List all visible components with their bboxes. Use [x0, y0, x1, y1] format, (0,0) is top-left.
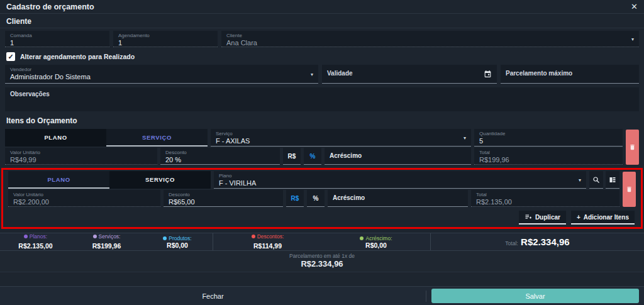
planos-dot [24, 235, 28, 238]
items-section-heading: Itens do Orçamento [0, 111, 644, 128]
plano-value: F - VIRILHA [219, 179, 581, 187]
cliente-select[interactable]: Cliente Ana Clara ▾ [221, 31, 639, 47]
trash-icon [626, 186, 633, 193]
parcelamento-maximo-field[interactable]: Parcelamento máximo [501, 65, 639, 84]
summary-planos: Planos: R$2.135,00 [0, 233, 71, 251]
tab-plano[interactable]: PLANO [5, 129, 106, 147]
parcelamento-maximo-label: Parcelamento máximo [506, 67, 634, 80]
duplicar-label: Duplicar [535, 214, 560, 221]
produtos-dot [163, 236, 167, 240]
valor-unitario-field[interactable]: Valor Unitário R$2.200,00 [8, 190, 160, 207]
search-button[interactable] [589, 171, 603, 189]
currency-toggle-percent[interactable]: % [304, 148, 321, 165]
columns-button[interactable] [606, 171, 619, 189]
delete-item-button[interactable] [626, 130, 639, 165]
comanda-label: Comanda [10, 33, 104, 39]
desconto-value: 20 % [165, 156, 275, 164]
item-row-plano: PLANO SERVIÇO Plano F - VIRILHA ▾ [8, 171, 636, 207]
vendedor-select[interactable]: Vendedor Administrador Do Sistema ▾ [5, 65, 318, 84]
desconto-label: Desconto [169, 192, 278, 198]
vendedor-value: Administrador Do Sistema [10, 73, 313, 81]
total-value: R$2.334,96 [521, 236, 570, 247]
chevron-down-icon: ▾ [631, 36, 634, 42]
chevron-down-icon: ▾ [311, 71, 313, 77]
comanda-value: 1 [10, 39, 104, 47]
checkbox-label: Alterar agendamento para Realizado [20, 53, 135, 60]
delete-item-button[interactable] [623, 172, 636, 207]
duplicate-icon [525, 213, 532, 221]
fechar-button[interactable]: Fechar [0, 292, 426, 300]
quantidade-label: Quantidade [479, 131, 618, 137]
plus-icon: + [577, 214, 580, 221]
page-title: Cadastro de orçamento [6, 3, 94, 11]
cliente-label: Cliente [226, 33, 634, 39]
summary-acrescimo: Acréscimo: R$0,00 [322, 233, 431, 250]
servico-label: Serviço [216, 131, 466, 137]
quantidade-value: 5 [479, 137, 618, 145]
adicionar-label: Adicionar Itens [584, 214, 629, 221]
servico-value: F - AXILAS [216, 137, 466, 145]
valor-unitario-field[interactable]: Valor Unitário R$49,99 [5, 148, 157, 165]
acrescimo-dot [360, 236, 364, 240]
quantidade-field[interactable]: Quantidade 5 [474, 129, 623, 147]
salvar-button[interactable]: Salvar [431, 289, 639, 303]
adicionar-itens-button[interactable]: + Adicionar Itens [571, 211, 635, 225]
summary-produtos: Produtos: R$0,00 [142, 233, 213, 250]
acrescimo-value: R$0,00 [322, 241, 430, 249]
desconto-field[interactable]: Desconto R$65,00 [164, 190, 283, 207]
produtos-label: Produtos: [169, 235, 191, 241]
totals-summary-bar: Planos: R$2.135,00 Serviços: R$199,96 Pr… [0, 233, 644, 251]
acrescimo-label: Acréscimo [333, 192, 463, 204]
desconto-field[interactable]: Desconto 20 % [160, 148, 280, 165]
tab-servico[interactable]: SERVIÇO [106, 129, 208, 147]
checkbox-row: ✓ Alterar agendamento para Realizado [6, 52, 638, 61]
currency-toggle-rs[interactable]: R$ [286, 190, 304, 207]
desconto-value: R$65,00 [169, 198, 278, 206]
servico-select[interactable]: Serviço F - AXILAS ▾ [211, 129, 471, 147]
installment-bar: Parcelamento em até 1x de R$2.334,96 [0, 251, 644, 272]
tab-servico[interactable]: SERVIÇO [109, 171, 211, 189]
servicos-dot [93, 235, 97, 238]
content-spacer [0, 272, 644, 286]
columns-icon [609, 176, 616, 184]
total-field: Total R$2.135,00 [471, 190, 619, 207]
summary-descontos: Descontos: R$114,99 [213, 233, 322, 251]
comanda-field[interactable]: Comanda 1 [5, 31, 109, 47]
acrescimo-field[interactable]: Acréscimo [325, 148, 471, 165]
alterar-agendamento-checkbox[interactable]: ✓ [6, 52, 15, 61]
total-field: Total R$199,96 [474, 148, 623, 165]
item1-type-tabs: PLANO SERVIÇO [5, 129, 208, 147]
plano-select[interactable]: Plano F - VIRILHA ▾ [214, 171, 586, 189]
servicos-label: Serviços: [99, 233, 121, 240]
currency-toggle-rs[interactable]: R$ [283, 148, 301, 165]
chevron-down-icon: ▾ [579, 177, 581, 182]
validade-label: Validade [327, 67, 492, 80]
modal-footer: Fechar Salvar [0, 286, 644, 305]
installment-label: Parcelamento em até 1x de [0, 253, 644, 259]
acrescimo-label: Acréscimo [330, 150, 466, 162]
tab-plano[interactable]: PLANO [8, 171, 109, 189]
observacoes-field[interactable]: Observações [5, 87, 639, 111]
duplicar-button[interactable]: Duplicar [519, 211, 566, 225]
client-section-heading: Cliente [0, 14, 644, 28]
agendamento-value: 1 [118, 39, 213, 47]
produtos-value: R$0,00 [142, 241, 213, 249]
search-icon [592, 176, 600, 184]
currency-toggle-percent[interactable]: % [307, 190, 325, 207]
valor-unitario-value: R$2.200,00 [13, 198, 155, 206]
agendamento-label: Agendamento [118, 33, 213, 39]
client-fields-row: Comanda 1 Agendamento 1 Cliente Ana Clar… [0, 31, 644, 47]
calendar-icon[interactable] [484, 70, 492, 78]
validade-field[interactable]: Validade [322, 65, 497, 84]
agendamento-field[interactable]: Agendamento 1 [113, 31, 218, 47]
highlight-box: PLANO SERVIÇO Plano F - VIRILHA ▾ [1, 168, 643, 229]
close-icon[interactable]: ✕ [631, 2, 638, 11]
valor-unitario-label: Valor Unitário [10, 150, 152, 156]
planos-label: Planos: [30, 233, 47, 240]
descontos-label: Descontos: [257, 233, 284, 240]
item-row-servico: PLANO SERVIÇO Serviço F - AXILAS ▾ Quant… [5, 129, 639, 165]
item-actions-row: Duplicar + Adicionar Itens [9, 211, 635, 225]
acrescimo-label: Acréscimo: [365, 235, 392, 241]
acrescimo-field[interactable]: Acréscimo [328, 190, 468, 207]
servicos-value: R$199,96 [92, 242, 121, 250]
